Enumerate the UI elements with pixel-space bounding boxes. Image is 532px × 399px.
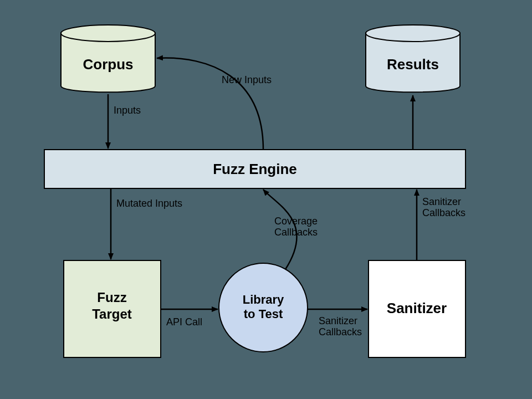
diagram-canvas: Corpus Results Fuzz Engine Fuzz Target L… [0, 0, 532, 399]
svg-point-1 [366, 25, 460, 42]
results-cylinder: Results [366, 25, 460, 92]
sanitizer-label: Sanitizer [387, 300, 447, 316]
edge-san-cb-lower-2: Callbacks [319, 326, 362, 337]
edge-inputs: Inputs [108, 94, 141, 149]
fuzz-engine-box: Fuzz Engine [44, 150, 466, 188]
fuzz-target-label-2: Target [92, 306, 132, 321]
sanitizer-box: Sanitizer [369, 260, 466, 357]
fuzz-target-box: Fuzz Target [64, 260, 161, 357]
library-circle: Library to Test [219, 263, 308, 352]
edge-sanitizer-callbacks-right: Sanitizer Callbacks [417, 190, 466, 260]
edge-san-cb-right-2: Callbacks [422, 207, 466, 218]
fuzz-target-label-1: Fuzz [97, 290, 126, 305]
edge-mutated-inputs-label: Mutated Inputs [116, 198, 182, 209]
edge-new-inputs: New Inputs [157, 58, 272, 150]
edge-san-cb-right-1: Sanitizer [422, 196, 461, 207]
edge-api-call: API Call [161, 309, 218, 328]
fuzz-engine-label: Fuzz Engine [213, 161, 297, 177]
corpus-cylinder: Corpus [61, 25, 155, 92]
library-label-2: to Test [244, 307, 283, 321]
edge-cov-cb-1: Coverage [274, 216, 318, 227]
edge-api-call-label: API Call [166, 316, 202, 328]
svg-point-0 [61, 25, 155, 42]
edge-sanitizer-callbacks-lower: Sanitizer Callbacks [308, 309, 367, 337]
edge-inputs-label: Inputs [114, 105, 141, 116]
edge-san-cb-lower-1: Sanitizer [319, 315, 357, 326]
library-label-1: Library [243, 293, 284, 306]
edge-cov-cb-2: Callbacks [274, 227, 318, 238]
edge-coverage-callbacks: Coverage Callbacks [263, 190, 318, 269]
edge-new-inputs-label: New Inputs [222, 74, 272, 85]
edge-mutated-inputs: Mutated Inputs [111, 188, 182, 259]
corpus-label: Corpus [83, 56, 134, 73]
results-label: Results [387, 56, 439, 73]
